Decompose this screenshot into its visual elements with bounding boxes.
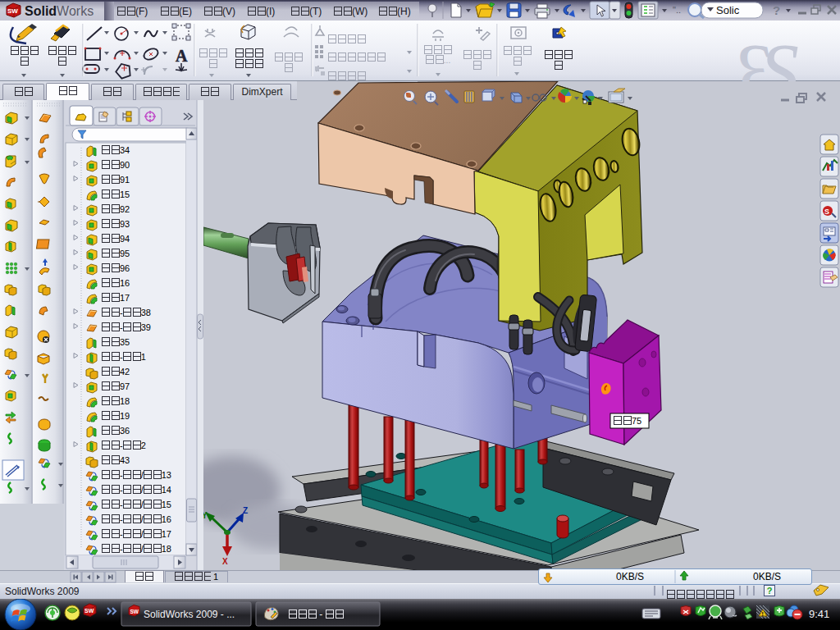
svg-text:SolidWorks: SolidWorks [25, 4, 94, 18]
svg-text:SW: SW [7, 7, 18, 15]
svg-text:"..: ".. [673, 5, 681, 15]
svg-text:SolidWorks 2009 - ...: SolidWorks 2009 - ... [144, 609, 235, 620]
svg-text:SW: SW [130, 609, 139, 614]
svg-text:9:41: 9:41 [809, 608, 829, 620]
svg-text:0KB/S: 0KB/S [616, 571, 644, 582]
svg-text:!: ! [762, 611, 764, 617]
svg-text:S: S [760, 27, 799, 81]
svg-text:X: X [222, 557, 228, 566]
svg-text:S: S [824, 208, 829, 216]
svg-text:Solic: Solic [716, 4, 740, 16]
svg-text:SW: SW [84, 608, 94, 614]
svg-text:0KB/S: 0KB/S [753, 571, 781, 582]
svg-text:?: ? [773, 3, 780, 17]
svg-text:A: A [176, 47, 188, 65]
svg-text:Z: Z [243, 506, 248, 515]
